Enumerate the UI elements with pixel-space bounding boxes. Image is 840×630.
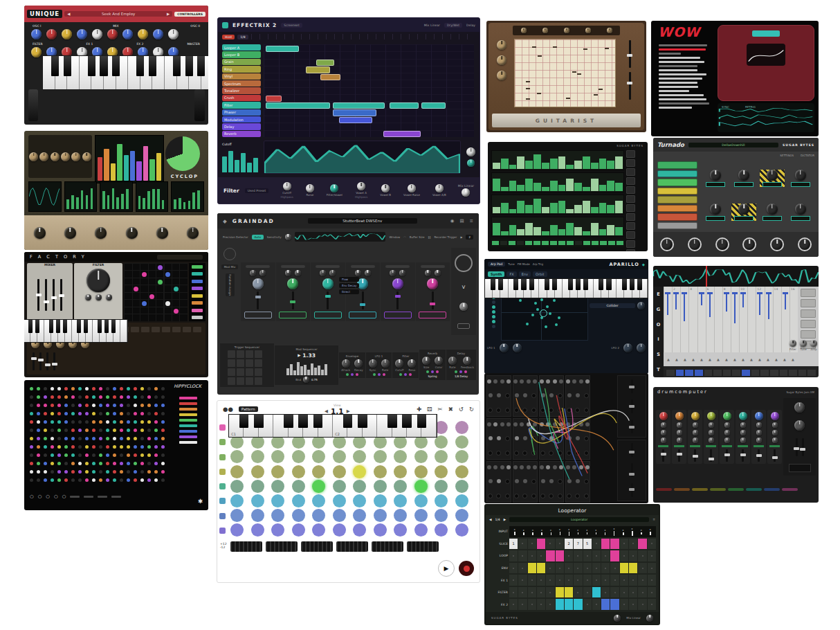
knob[interactable] [661, 430, 666, 435]
knob[interactable] [677, 422, 682, 428]
knob[interactable] [295, 270, 301, 276]
drum-pad[interactable] [656, 488, 672, 491]
screenset-button[interactable]: Screenset [281, 23, 302, 28]
knob[interactable] [607, 28, 612, 33]
knob[interactable] [724, 438, 730, 443]
patch-jack[interactable] [505, 393, 510, 398]
tab-synth[interactable]: Synth [488, 271, 504, 277]
step-cell[interactable] [574, 563, 582, 574]
module-knob[interactable] [527, 422, 531, 426]
play-button[interactable]: ▶ [438, 560, 455, 577]
module-knob[interactable] [541, 479, 545, 483]
knob[interactable] [51, 152, 60, 161]
slider[interactable] [53, 279, 55, 311]
knob[interactable] [789, 340, 796, 347]
step-cell[interactable] [566, 179, 574, 191]
step-cell[interactable] [638, 563, 646, 574]
menu-line[interactable] [659, 102, 709, 105]
note-circle[interactable] [271, 450, 284, 463]
module-knob[interactable] [506, 465, 511, 469]
knob[interactable] [92, 29, 102, 39]
module-knob[interactable] [500, 422, 504, 426]
trigger-key[interactable] [228, 359, 235, 367]
sequencer-bar[interactable] [266, 96, 282, 102]
slider[interactable] [796, 438, 798, 456]
input-step[interactable]: ▸ [511, 528, 519, 535]
sequencer-bar[interactable] [383, 131, 421, 137]
step-cell[interactable] [592, 575, 601, 586]
mod-bar[interactable] [318, 366, 320, 375]
note-circle[interactable] [435, 523, 448, 537]
knob[interactable] [329, 270, 336, 276]
chart-bar[interactable] [241, 153, 246, 172]
step-cell[interactable] [601, 563, 610, 574]
module-panel[interactable] [565, 418, 590, 460]
step-cell[interactable] [518, 539, 527, 550]
knob[interactable] [723, 412, 731, 420]
step-cell[interactable] [583, 587, 592, 598]
step-cell[interactable] [615, 227, 623, 235]
pattern-button[interactable]: Pattern [239, 406, 258, 412]
module-knob[interactable] [506, 379, 511, 384]
black-key[interactable] [521, 279, 526, 290]
slider[interactable] [629, 72, 631, 100]
black-key[interactable] [491, 279, 495, 290]
slider[interactable] [742, 449, 744, 462]
knob[interactable] [659, 412, 668, 420]
note-circle[interactable] [455, 465, 468, 478]
seq-bar[interactable] [98, 157, 102, 181]
mod-dot[interactable] [142, 272, 147, 277]
black-key[interactable] [402, 415, 412, 428]
module-knob[interactable] [497, 479, 501, 483]
knob[interactable] [448, 357, 457, 365]
step-cell[interactable] [493, 163, 500, 169]
module-knob[interactable] [572, 379, 576, 384]
knob[interactable] [724, 422, 730, 428]
note-circle[interactable] [292, 480, 305, 493]
slider[interactable] [396, 291, 399, 309]
drywet-label[interactable]: Dry/Wet [444, 23, 462, 28]
slider[interactable] [726, 449, 728, 462]
step-cell[interactable] [607, 205, 614, 213]
step-cell[interactable] [704, 370, 713, 376]
mod-source-chip[interactable] [192, 309, 203, 312]
mod-dot[interactable] [351, 373, 354, 376]
module-knob[interactable] [520, 379, 524, 384]
mod-bar[interactable] [300, 366, 303, 375]
step-cell[interactable] [620, 575, 628, 586]
mini-pattern-display[interactable] [407, 541, 439, 552]
drum-pad[interactable] [782, 488, 798, 491]
step-rate-button[interactable]: 1/8 [237, 35, 248, 39]
mod-source-chip[interactable] [192, 287, 203, 290]
step-cell[interactable] [601, 587, 610, 598]
step-cell[interactable] [546, 599, 554, 610]
knob[interactable] [755, 412, 763, 420]
effect-row-button[interactable]: Filter [222, 102, 261, 108]
rail-dot[interactable] [492, 305, 495, 309]
note-circle[interactable] [374, 435, 387, 449]
step-cell[interactable] [525, 161, 533, 169]
gate-cell[interactable] [592, 241, 599, 245]
row-tag-chip[interactable] [219, 454, 226, 460]
knob[interactable] [283, 182, 291, 190]
knob[interactable] [772, 422, 778, 428]
step-cell[interactable] [583, 201, 590, 213]
slice-marker-stem[interactable] [742, 294, 744, 307]
note-circle[interactable] [394, 494, 407, 507]
step-cell[interactable] [574, 575, 582, 586]
step-cell[interactable] [574, 227, 582, 235]
step-cell[interactable] [648, 587, 656, 598]
seq-bar[interactable] [117, 144, 122, 181]
step-cell[interactable] [599, 203, 607, 213]
step-cell[interactable] [517, 156, 524, 169]
module-knob[interactable] [523, 436, 527, 440]
morph-dot[interactable] [553, 299, 556, 302]
knob[interactable] [795, 204, 806, 215]
mod-slot[interactable] [314, 312, 342, 318]
preset-display[interactable]: Arp Pad [488, 262, 505, 267]
note-circle[interactable] [394, 450, 407, 463]
step-cell[interactable] [509, 587, 518, 598]
knob[interactable] [392, 278, 403, 289]
mod-mix-button[interactable]: Mod Mix [221, 264, 239, 269]
timeline-ruler[interactable] [251, 34, 476, 39]
